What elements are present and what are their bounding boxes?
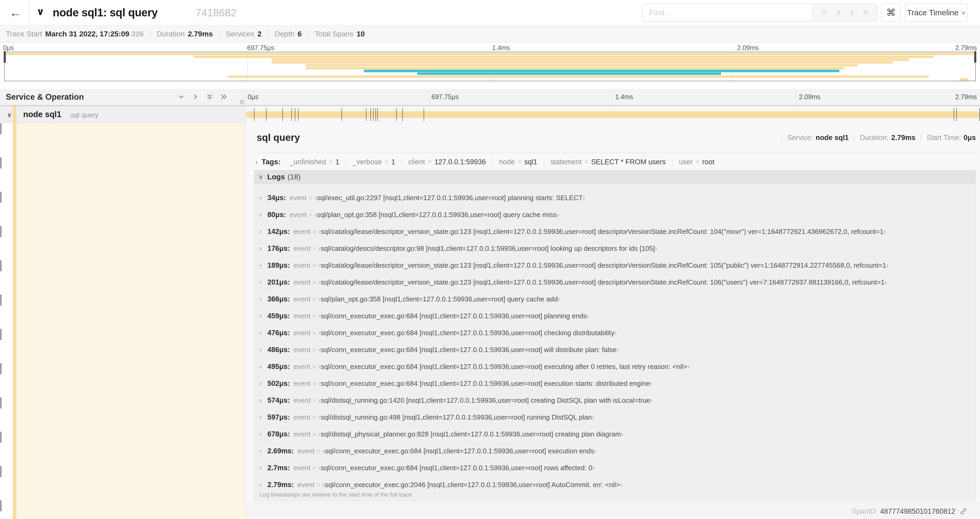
log-open-quote: ‹ <box>315 211 317 219</box>
view-select-button[interactable]: Trace Timeline ∨ <box>905 3 968 22</box>
back-button[interactable]: ← <box>7 5 24 21</box>
logs-block: ∨ Logs (18) › 34μs: event = ‹ <box>254 170 976 501</box>
logs-header[interactable]: ∨ Logs (18) <box>254 170 975 184</box>
log-entry[interactable]: › 366μs: event = ‹ sql/plan_opt.go:358 [… <box>259 291 975 308</box>
collapse-all-icon[interactable] <box>220 93 228 101</box>
log-close-quote: › <box>587 312 589 320</box>
logs-footnote: Log timestamps are relative to the start… <box>259 491 413 498</box>
column-divider <box>612 89 613 105</box>
log-entry[interactable]: › 495μs: event = ‹ sql/conn_executor_exe… <box>259 358 975 375</box>
logs-list: › 34μs: event = ‹ sql/exec_util.go:2297 … <box>254 184 975 493</box>
trace-minimap[interactable] <box>4 52 976 81</box>
log-entry[interactable]: › 201μs: event = ‹ sql/catalog/lease/des… <box>259 274 975 291</box>
minimap-span-bar <box>194 56 933 58</box>
span-service-name: node sql1 <box>23 110 61 119</box>
log-close-quote: › <box>885 278 887 286</box>
collapse-one-icon[interactable] <box>191 93 200 101</box>
log-field-name: event <box>294 413 310 422</box>
expand-all-icon[interactable] <box>205 93 214 101</box>
span-row: ∨ node sql1 sql query <box>0 106 980 123</box>
tags-row[interactable]: › Tags: _unfinished = 1 _verbose <box>254 154 976 169</box>
log-entry[interactable]: › 80μs: event = ‹ sql/plan_opt.go:358 [n… <box>259 206 975 223</box>
log-field-name: event <box>294 278 310 286</box>
log-field-name: event <box>294 363 310 371</box>
span-row-timeline <box>245 106 980 123</box>
tag-key: _unfinished <box>290 158 326 166</box>
tag-equals: = <box>517 158 522 166</box>
span-detail-header[interactable]: sql query Service: node sql1 Duration: 2… <box>256 123 976 152</box>
span-stat: Start Time: 0μs <box>921 134 976 142</box>
log-entry[interactable]: › 34μs: event = ‹ sql/exec_util.go:2297 … <box>259 189 975 206</box>
locate-icon[interactable] <box>820 9 828 17</box>
tag-value: sql1 <box>524 158 538 166</box>
find-clear-icon[interactable]: ✕ <box>863 9 869 16</box>
log-entry[interactable]: › 597μs: event = ‹ sql/distsql_running.g… <box>259 409 975 426</box>
log-message: sql/plan_opt.go:358 [nsql1,client=127.0.… <box>317 211 557 219</box>
log-equals: = <box>309 194 312 202</box>
meta-value: 2 <box>258 30 262 38</box>
log-entry[interactable]: › 476μs: event = ‹ sql/conn_executor_exe… <box>259 324 975 341</box>
log-open-quote: ‹ <box>318 363 321 371</box>
minimap-span-bar <box>228 75 929 78</box>
log-timestamp: 366μs: <box>267 295 290 303</box>
timeline-ticks-header: 0μs 697.75μs 1.4ms 2.09ms 2.79ms <box>245 89 980 105</box>
log-timestamp: 597μs: <box>267 413 290 422</box>
log-timestamp: 574μs: <box>267 396 290 404</box>
log-entry[interactable]: › 678μs: event = ‹ sql/distsql_physical_… <box>259 426 975 442</box>
log-marker-tick <box>266 108 267 121</box>
chevron-right-icon: › <box>259 228 267 235</box>
chevron-right-icon: › <box>259 481 267 489</box>
keyboard-shortcuts-button[interactable]: ⌘ <box>881 3 901 22</box>
log-open-quote: ‹ <box>318 464 321 472</box>
log-entry[interactable]: › 2.69ms: event = ‹ sql/conn_executor_ex… <box>259 442 975 459</box>
log-entry[interactable]: › 574μs: event = ‹ sql/distsql_running.g… <box>259 392 975 409</box>
find-input[interactable] <box>643 4 812 21</box>
log-field-name: event <box>294 346 310 354</box>
tag-item: node = sql1 <box>492 158 544 166</box>
log-equals: = <box>317 447 320 455</box>
detail-divider <box>254 153 976 153</box>
log-marker-tick <box>954 108 954 121</box>
span-stat-value: 0μs <box>963 134 976 142</box>
log-entry[interactable]: › 2.7ms: event = ‹ sql/conn_executor_exe… <box>259 459 975 476</box>
log-entry[interactable]: › 189μs: event = ‹ sql/catalog/lease/des… <box>259 257 975 274</box>
minimap-span-bar <box>305 67 844 69</box>
meta-item: Total Spans 10 <box>315 30 371 38</box>
log-entry[interactable]: › 459μs: event = ‹ sql/conn_executor_exe… <box>259 308 975 324</box>
log-field-name: event <box>298 481 315 489</box>
row-collapse-chevron-icon[interactable]: ∨ <box>7 111 12 119</box>
minimap-right-scrubber[interactable] <box>974 51 976 63</box>
log-close-quote: › <box>650 396 652 404</box>
log-timestamp: 2.79ms: <box>267 481 294 489</box>
trace-collapse-chevron-icon[interactable]: ∨ <box>37 6 45 18</box>
top-bar: ← ∨ node sql1: sql query 7418682 ∧ ∨ ✕ ⌘… <box>0 0 980 25</box>
find-group: ∧ ∨ ✕ <box>642 3 877 22</box>
log-equals: = <box>312 312 317 320</box>
log-equals: = <box>312 413 317 422</box>
log-equals: = <box>312 261 317 270</box>
log-field-name: event <box>294 228 310 236</box>
selected-row-background <box>16 123 245 519</box>
deep-link-icon[interactable] <box>959 508 967 515</box>
minimap-span-bar <box>960 78 969 80</box>
log-entry[interactable]: › 176μs: event = ‹ sql/catalog/descs/des… <box>259 240 975 257</box>
log-open-quote: ‹ <box>318 413 321 422</box>
expand-one-icon[interactable] <box>177 93 186 101</box>
chevron-right-icon: › <box>259 397 267 404</box>
column-resizer-grip[interactable] <box>240 100 243 104</box>
find-prev-icon[interactable]: ∧ <box>836 9 842 16</box>
log-entry[interactable]: › 142μs: event = ‹ sql/catalog/lease/des… <box>259 223 975 240</box>
find-next-icon[interactable]: ∨ <box>850 9 855 16</box>
log-entry[interactable]: › 502μs: event = ‹ sql/conn_executor_exe… <box>259 375 975 392</box>
trace-page: ← ∨ node sql1: sql query 7418682 ∧ ∨ ✕ ⌘… <box>0 0 980 519</box>
log-entry[interactable]: › 486μs: event = ‹ sql/conn_executor_exe… <box>259 341 975 358</box>
log-message: sql/catalog/lease/descriptor_version_sta… <box>321 278 885 286</box>
minimap-left-scrubber[interactable] <box>4 51 6 63</box>
span-row-name-cell[interactable]: ∨ node sql1 sql query <box>0 106 245 123</box>
span-duration-bar[interactable] <box>246 111 979 118</box>
minimap-span-bar <box>364 70 839 72</box>
log-message: sql/distsql_physical_planner.go:828 [nsq… <box>321 430 621 438</box>
log-equals: = <box>312 329 317 337</box>
timeline-tick: 0μs <box>248 93 258 101</box>
log-entry[interactable]: › 2.79ms: event = ‹ sql/conn_executor_ex… <box>259 476 975 493</box>
